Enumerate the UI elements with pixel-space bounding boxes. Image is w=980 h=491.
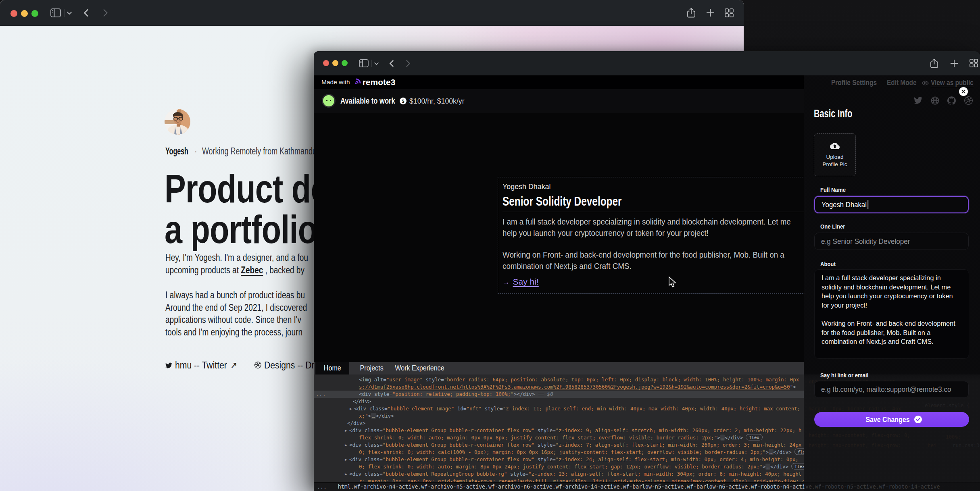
sidebar-icon[interactable]: [359, 59, 369, 67]
tab-work-experience[interactable]: Work Experience: [391, 362, 448, 374]
twitter-link[interactable]: hmu -- Twitter: [175, 360, 227, 371]
code-line[interactable]: ▶<div class="bubble-element Image" id="n…: [314, 405, 804, 412]
github-icon[interactable]: [947, 96, 956, 106]
tab-home[interactable]: Home: [315, 362, 349, 374]
cloud-upload-icon: [830, 143, 840, 152]
profile-preview-card: Yogesh Dhakal Senior Solidity Developer …: [498, 177, 805, 294]
code-line[interactable]: ...<div style="position: relative; paddi…: [314, 391, 804, 398]
check-circle-icon: [914, 416, 922, 423]
page-nav-tabbar: Home Projects Work Experience: [314, 362, 804, 374]
story-line4: tools and I'm enjoying the process, jour…: [165, 326, 302, 339]
new-tab-icon[interactable]: [950, 59, 958, 67]
flex-badge: flex: [791, 463, 804, 470]
external-arrow: ↗: [230, 360, 237, 371]
panel-title: Profile Settings: [831, 79, 877, 87]
story-line2: Around the end of Sep 2021, I discovered: [165, 302, 307, 314]
back-icon[interactable]: [389, 60, 394, 67]
zoom-traffic-light[interactable]: [31, 10, 38, 17]
toolbar-separator: [64, 9, 65, 17]
code-line[interactable]: 0; flex-shrink: 0; width: calc(100% - 0p…: [314, 449, 804, 456]
tab-overview-icon[interactable]: [970, 59, 978, 67]
close-traffic-light[interactable]: [323, 60, 329, 66]
editor-browser-window: Made with remote3 Available to work $: [314, 51, 980, 491]
code-line[interactable]: </div>: [314, 398, 804, 405]
close-panel-button[interactable]: [959, 87, 968, 96]
edit-mode-toggle[interactable]: Edit Mode: [887, 79, 917, 87]
chevron-down-icon[interactable]: [67, 11, 72, 15]
card-title: Senior Solidity Developer: [503, 194, 622, 208]
twitter-icon[interactable]: [914, 97, 922, 106]
say-hi-placeholder: e.g fb.com/yo, mailto:support@remote3.co: [821, 385, 951, 394]
minimize-traffic-light[interactable]: [21, 10, 28, 17]
share-icon[interactable]: [687, 8, 696, 18]
new-tab-icon[interactable]: [706, 8, 715, 17]
remote3-brand: remote3: [363, 77, 396, 87]
forward-icon[interactable]: [406, 60, 411, 67]
code-line[interactable]: </div>: [314, 420, 804, 427]
sidebar-icon[interactable]: [50, 8, 61, 17]
share-icon[interactable]: [930, 58, 938, 69]
made-with-banner: Made with remote3: [314, 75, 804, 89]
code-line[interactable]: x;">…</div>: [314, 412, 804, 420]
tab-projects[interactable]: Projects: [357, 362, 387, 374]
one-liner-input[interactable]: e.g Senior Solidity Developer: [814, 233, 969, 250]
tab-overview-icon[interactable]: [725, 8, 734, 17]
code-line[interactable]: <img alt="user image" style="border-radi…: [314, 376, 804, 383]
say-hi-row: → Say hi!: [503, 277, 539, 287]
upload-profile-pic-button[interactable]: Upload Profile Pic: [814, 133, 856, 176]
toolbar-separator: [371, 60, 372, 67]
dribbble-icon[interactable]: [964, 96, 973, 106]
save-changes-button[interactable]: Save Changes: [814, 412, 969, 427]
zoom-traffic-light[interactable]: [342, 60, 348, 66]
text-caret: [868, 200, 869, 209]
heading-line1: Product de: [165, 168, 328, 209]
chevron-down-icon[interactable]: [374, 62, 379, 65]
website-globe-icon[interactable]: [931, 96, 939, 106]
screen: Yogesh · Working Remotely from Kathmandu…: [0, 0, 980, 491]
available-status-icon: [323, 95, 334, 106]
story-line3: applications without code. Since then I'…: [165, 314, 301, 326]
back-icon[interactable]: [83, 9, 89, 17]
code-line[interactable]: ▶<div class="bubble-element Group bubble…: [314, 427, 804, 434]
close-traffic-light[interactable]: [10, 10, 17, 17]
flex-badge: flex: [794, 449, 804, 455]
code-line[interactable]: ▶<div class="bubble-element RepeatingGro…: [314, 470, 804, 478]
available-label: Available to work: [340, 96, 395, 106]
dribbble-ball-icon: [254, 360, 261, 371]
flex-badge: flex: [746, 434, 762, 441]
intro-line2: upcoming products at Zebec , backed by: [165, 264, 304, 277]
remote3-logo-icon: [354, 78, 361, 87]
code-line[interactable]: flex-shrink: 0; width: auto; margin: 0px…: [314, 434, 804, 441]
remote3-page: Made with remote3 Available to work $: [314, 75, 980, 491]
code-line[interactable]: 0; flex-shrink: 0; width: auto; margin: …: [314, 463, 804, 470]
upload-label-1: Upload: [826, 154, 844, 160]
card-name: Yogesh Dhakal: [503, 182, 550, 191]
full-name-input[interactable]: Yogesh Dhakal: [814, 196, 969, 213]
full-name-label: Full Name: [820, 186, 846, 193]
made-with-label: Made with: [321, 79, 350, 86]
say-hi-link[interactable]: Say hi!: [513, 277, 539, 287]
inspector-code-pane[interactable]: <img alt="user image" style="border-radi…: [314, 374, 804, 482]
code-line[interactable]: s://d1muf25xaso8hp.cloudfront.net/https%…: [314, 383, 804, 391]
code-line[interactable]: ▶<div class="bubble-element Group bubble…: [314, 456, 804, 463]
card-bio-1: I am a full stack developer specializing…: [503, 216, 809, 239]
status-ellipsis[interactable]: ...: [317, 484, 327, 490]
about-label: About: [820, 260, 836, 268]
zebec-link[interactable]: Zebec: [241, 265, 263, 275]
code-line[interactable]: ▶<div class="bubble-element Group bubble…: [314, 441, 804, 449]
svg-text:$: $: [402, 99, 405, 104]
say-hi-input[interactable]: e.g fb.com/yo, mailto:support@remote3.co: [814, 381, 969, 398]
background-window-toolbar: [0, 0, 744, 26]
view-as-public-link[interactable]: View as public: [931, 79, 974, 87]
upload-label-2: Profile Pic: [823, 161, 847, 167]
eye-icon: [922, 80, 929, 87]
arrow-right-icon: →: [503, 277, 509, 287]
full-name-value: Yogesh Dhakal: [822, 200, 867, 209]
about-textarea[interactable]: I am a full stack developer specializing…: [814, 269, 969, 359]
card-bio-2: Working on Front- and back-end developme…: [503, 250, 802, 272]
one-liner-label: One Liner: [820, 223, 845, 230]
forward-icon[interactable]: [103, 9, 108, 17]
profile-location: Working Remotely from Kathmandu: [202, 146, 317, 157]
minimize-traffic-light[interactable]: [332, 60, 338, 66]
code-line[interactable]: r; margin: 0px; gap: 0px; grid-template-…: [314, 478, 804, 482]
